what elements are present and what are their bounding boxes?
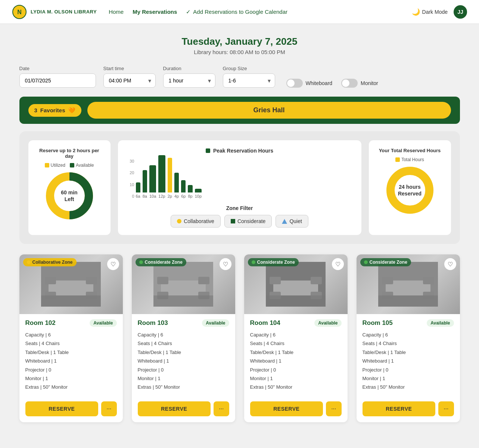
reserve-donut-label: 60 min Left — [61, 189, 77, 203]
navbar-calendar-link[interactable]: ✓ Add Reservations to Google Calendar — [186, 9, 287, 15]
duration-filter-group: Duration 1 hour — [163, 66, 215, 88]
dark-mode-button[interactable]: 🌙 Dark Mode — [412, 8, 448, 16]
location-pill[interactable]: Gries Hall — [87, 102, 451, 119]
navbar-right: 🌙 Dark Mode JJ — [412, 5, 467, 19]
zone-badge-text: Considerate Zone — [370, 260, 407, 265]
favorites-count: 3 — [34, 107, 37, 113]
navbar-links: Home My Reservations ✓ Add Reservations … — [109, 9, 399, 15]
zone-filter-section: Zone Filter CollaborativeConsiderateQuie… — [125, 205, 354, 228]
room-seats: Seats | 4 Chairs — [25, 339, 117, 348]
availability-badge: Available — [90, 319, 116, 327]
zone-btn-considerate[interactable]: Considerate — [224, 215, 272, 228]
bar-10p — [195, 189, 202, 192]
navbar-logo-text: LYDIA M. OLSON LIBRARY — [31, 9, 97, 15]
moon-icon: 🌙 — [412, 8, 420, 16]
monitor-toggle[interactable] — [341, 79, 358, 88]
zone-badge-text: Considerate Zone — [257, 260, 295, 265]
svg-rect-25 — [266, 295, 326, 307]
favorite-button[interactable]: ♡ — [107, 258, 119, 270]
bar-2p — [168, 158, 172, 192]
zone-badge-dot — [364, 260, 368, 264]
zone-btn-collaborative[interactable]: Collaborative — [171, 215, 221, 228]
zone-badge-text: Collaborative Zone — [32, 260, 73, 265]
start-time-select[interactable]: 04:00 PM — [103, 73, 156, 88]
svg-rect-11 — [41, 295, 101, 307]
room-info: Room 104 Available Capacity | 6 Seats | … — [244, 314, 348, 397]
room-name: Room 104 — [250, 319, 280, 327]
room-projector: Projector | 0 — [138, 366, 229, 374]
start-time-label: Start time — [103, 66, 156, 71]
zone-badge-text: Considerate Zone — [145, 260, 183, 265]
bar-8a — [143, 170, 147, 192]
room-actions: RESERVE ··· — [357, 397, 460, 422]
room-table: Table/Desk | 1 Table — [250, 348, 342, 357]
reserve-button[interactable]: RESERVE — [25, 401, 99, 416]
navbar-home-link[interactable]: Home — [109, 9, 124, 15]
more-options-button[interactable]: ··· — [326, 401, 341, 416]
whiteboard-toggle-item: Whiteboard — [286, 79, 333, 88]
reserve-button[interactable]: RESERVE — [363, 401, 436, 416]
avatar[interactable]: JJ — [454, 5, 467, 19]
navbar-reservations-link[interactable]: My Reservations — [133, 9, 177, 15]
utilized-legend-label: Utilized — [51, 163, 65, 168]
zone-badge-dot — [27, 260, 31, 264]
navbar-logo[interactable]: N LYDIA M. OLSON LIBRARY — [12, 4, 97, 19]
whiteboard-toggle[interactable] — [286, 79, 303, 88]
group-size-label: Group Size — [223, 66, 275, 71]
more-options-button[interactable]: ··· — [438, 401, 454, 416]
bar-col-6p: 6p — [181, 180, 186, 198]
room-card-room-102: Collaborative Zone ♡ Room 102 Available … — [19, 254, 123, 422]
room-header: Room 103 Available — [138, 319, 229, 327]
room-seats: Seats | 4 Chairs — [138, 339, 229, 348]
more-options-button[interactable]: ··· — [101, 401, 116, 416]
room-illustration — [266, 262, 326, 307]
room-image-wrapper: Considerate Zone ♡ — [244, 254, 348, 314]
more-options-button[interactable]: ··· — [214, 401, 229, 416]
svg-text:N: N — [17, 9, 22, 15]
filter-row: Date Start time 04:00 PM Duration 1 hour… — [19, 66, 460, 88]
room-capacity: Capacity | 6 — [25, 330, 117, 339]
room-card-room-105: Considerate Zone ♡ Room 105 Available Ca… — [357, 254, 460, 422]
room-info: Room 102 Available Capacity | 6 Seats | … — [19, 314, 123, 397]
logo-icon: N — [12, 4, 27, 19]
room-table: Table/Desk | 1 Table — [138, 348, 229, 357]
room-details: Capacity | 6 Seats | 4 Chairs Table/Desk… — [250, 330, 342, 392]
room-actions: RESERVE ··· — [132, 397, 235, 422]
main-container: Tuesday, January 7, 2025 Library hours: … — [12, 24, 467, 434]
favorite-button[interactable]: ♡ — [444, 258, 456, 270]
toggle-group: Whiteboard Monitor — [286, 79, 378, 88]
bar-col-8p: 8p — [188, 185, 192, 198]
svg-rect-21 — [270, 277, 281, 284]
room-extras: Extras | 50" Monitor — [250, 383, 342, 391]
reserve-button[interactable]: RESERVE — [250, 401, 323, 416]
room-details: Capacity | 6 Seats | 4 Chairs Table/Desk… — [25, 330, 117, 392]
library-hours: Library hours: 08:00 AM to 05:00 PM — [19, 49, 460, 55]
room-whiteboard: Whiteboard | 1 — [363, 357, 454, 365]
svg-rect-8 — [86, 277, 97, 284]
bar-4p — [174, 173, 179, 192]
bar-10a — [149, 165, 156, 192]
favorite-button[interactable]: ♡ — [332, 258, 344, 270]
favorites-badge[interactable]: 3 Favorites 🧡 — [28, 104, 81, 117]
zone-btn-quiet[interactable]: Quiet — [276, 215, 308, 228]
reserve-button[interactable]: RESERVE — [138, 401, 211, 416]
room-image-wrapper: Considerate Zone ♡ — [132, 254, 235, 314]
room-illustration — [41, 262, 101, 307]
bar-label-6a: 6a — [136, 194, 140, 198]
room-card-room-103: Considerate Zone ♡ Room 103 Available Ca… — [132, 254, 235, 422]
date-title: Tuesday, January 7, 2025 — [19, 36, 460, 47]
svg-rect-29 — [423, 277, 434, 284]
total-hours-legend-label: Total Hours — [401, 157, 424, 162]
room-actions: RESERVE ··· — [19, 397, 123, 422]
reserve-legend: Utilized Available — [45, 163, 94, 168]
room-name: Room 102 — [25, 319, 56, 327]
bar-6a — [136, 182, 140, 192]
date-input[interactable] — [19, 73, 96, 88]
peak-hours-card: Peak Reservation Hours 30 20 10 0 6a 8a … — [118, 140, 361, 235]
bar-label-8p: 8p — [188, 194, 192, 198]
zone-badge-dot — [139, 260, 143, 264]
favorite-button[interactable]: ♡ — [220, 258, 231, 270]
duration-select[interactable]: 1 hour — [163, 73, 215, 88]
peak-legend-dot — [206, 148, 210, 153]
group-size-select[interactable]: 1-6 — [223, 73, 275, 88]
